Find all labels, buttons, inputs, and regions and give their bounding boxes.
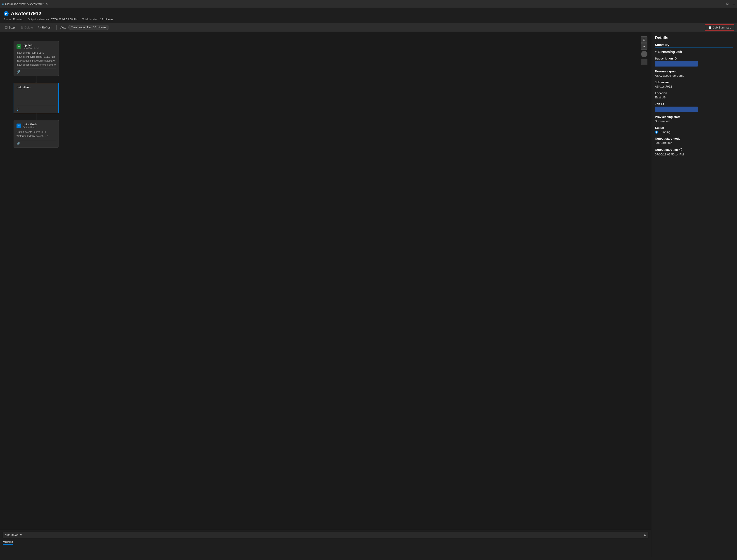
provisioning-state-value: Succeeded [655, 119, 733, 123]
canvas-content[interactable]: ⊡ + − ⊞ inputeh InputEventHub [0, 32, 651, 530]
location-field: Location East US [655, 91, 733, 99]
delete-button[interactable]: 🗑 Delete [18, 25, 35, 30]
output-node-title: outputblob [23, 123, 37, 126]
job-name-field: Job name ASAtest7912 [655, 81, 733, 88]
input-node-title: inputeh [23, 43, 39, 47]
time-range-button[interactable]: Time range : Last 30 minutes [68, 25, 109, 30]
input-node-subtitle: InputEventHub [23, 47, 39, 50]
toolbar: ☐ Stop 🗑 Delete ↻ Refresh View Time rang… [0, 23, 737, 32]
resource-group-value: ASAVsCodeToolDemo [655, 74, 733, 77]
status-running-value: Running [655, 130, 733, 134]
output-node-subtitle: OutputBlob [23, 126, 37, 129]
selected-node-label: outputblob [5, 533, 19, 537]
subscription-id-value [655, 61, 698, 67]
output-start-time-value: 07/06/21 02:50:14 PM [655, 153, 733, 156]
tab-title: Cloud Job View: ASAtest7912 [5, 2, 44, 6]
window-controls: ⧉ ⋯ [726, 2, 735, 6]
tab-icon: ≡ [2, 2, 4, 6]
nodes-container: ⊞ inputeh InputEventHub Input events (su… [14, 41, 59, 148]
input-node-icon: ⊞ [17, 44, 21, 49]
stop-button[interactable]: ☐ Stop [3, 25, 17, 30]
status-label: Status [4, 18, 11, 21]
transform-node[interactable]: outputblob {} [14, 83, 59, 113]
split-editor-icon[interactable]: ⧉ [726, 2, 729, 6]
refresh-icon: ↻ [38, 26, 41, 29]
job-summary-button[interactable]: 📋 Job Summary [705, 24, 734, 31]
more-options-icon[interactable]: ⋯ [732, 2, 735, 6]
output-start-time-field: Output start time ⓘ 07/06/21 02:50:14 PM [655, 148, 733, 156]
watermark-value: 07/06/21 02:58:08 PM [51, 18, 78, 21]
watermark-label: Output watermark [28, 18, 49, 21]
output-node-footer: 🔗 [17, 140, 56, 145]
dropdown-chevron-icon: ∨ [20, 533, 22, 537]
output-start-mode-field: Output start mode JobStartTime [655, 137, 733, 145]
bottom-panel: outputblob ∨ ∧ Metrics [0, 530, 651, 557]
status-value: Running [13, 18, 23, 21]
metrics-label: Metrics [3, 538, 13, 545]
input-node-footer: 🔗 [17, 69, 56, 74]
job-id-field: Job ID [655, 102, 733, 112]
tab-bar: ≡ Cloud Job View: ASAtest7912 × ⧉ ⋯ [0, 0, 737, 8]
refresh-button[interactable]: ↻ Refresh [36, 25, 55, 30]
job-summary-label: Job Summary [713, 26, 731, 29]
resource-group-field: Resource group ASAVsCodeToolDemo [655, 70, 733, 77]
input-node-metrics: Input events (sum): 1149 Input event byt… [17, 51, 56, 67]
summary-section-title: Summary [655, 43, 733, 48]
main-layout: ⊡ + − ⊞ inputeh InputEventHub [0, 32, 737, 557]
provisioning-state-field: Provisioning state Succeeded [655, 115, 733, 123]
zoom-out-button[interactable]: − [641, 59, 647, 65]
duration-value: 13 minutes [100, 18, 113, 21]
job-type-icon: ▶ [4, 11, 9, 16]
connector-1 [36, 76, 36, 83]
fit-view-button[interactable]: ⊡ [641, 36, 647, 43]
stop-label: Stop [9, 26, 15, 29]
output-node-icon: ⊟ [17, 124, 21, 128]
streaming-job-title: Streaming Job [658, 50, 682, 54]
transform-node-footer: {} [17, 106, 56, 111]
refresh-label: Refresh [42, 26, 52, 29]
output-node[interactable]: ⊟ outputblob OutputBlob Output events (s… [14, 120, 59, 147]
status-row: Status Running Output watermark 07/06/21… [4, 18, 733, 21]
job-name-value: ASAtest7912 [655, 85, 733, 88]
transform-node-title: outputblob [17, 86, 31, 89]
canvas-controls: ⊡ + − [641, 36, 647, 65]
toolbar-divider [56, 25, 57, 30]
page-header: ▶ ASAtest7912 Status Running Output wate… [0, 8, 737, 23]
streaming-job-header[interactable]: ∨ Streaming Job [655, 50, 733, 54]
node-selector[interactable]: outputblob ∨ [5, 533, 22, 537]
delete-icon: 🗑 [20, 26, 23, 29]
status-running-label: Running [659, 130, 670, 134]
streaming-job-chevron: ∨ [655, 50, 657, 53]
tab-close-button[interactable]: × [46, 2, 48, 6]
details-title: Details [655, 36, 733, 40]
details-panel: Details Summary ∨ Streaming Job Subscrip… [651, 32, 737, 557]
subscription-id-field: Subscription ID [655, 57, 733, 67]
location-value: East US [655, 96, 733, 99]
canvas-area: ⊡ + − ⊞ inputeh InputEventHub [0, 32, 651, 557]
status-running-icon [655, 131, 658, 134]
output-start-mode-value: JobStartTime [655, 141, 733, 145]
collapse-panel-button[interactable]: ∧ [644, 533, 646, 537]
stop-icon: ☐ [5, 26, 8, 29]
bottom-toolbar: outputblob ∨ ∧ [3, 532, 648, 538]
job-summary-icon: 📋 [708, 26, 712, 29]
job-id-value [655, 107, 698, 112]
zoom-in-button[interactable]: + [641, 43, 647, 50]
view-label: View [58, 26, 67, 29]
output-node-metrics: Output events (sum): 1148 Watermark dela… [17, 130, 56, 138]
job-title: ASAtest7912 [11, 11, 41, 17]
input-node[interactable]: ⊞ inputeh InputEventHub Input events (su… [14, 41, 59, 76]
connector-2 [36, 113, 36, 120]
duration-label: Total duration [82, 18, 98, 21]
status-field: Status Running [655, 126, 733, 134]
delete-label: Delete [24, 26, 33, 29]
